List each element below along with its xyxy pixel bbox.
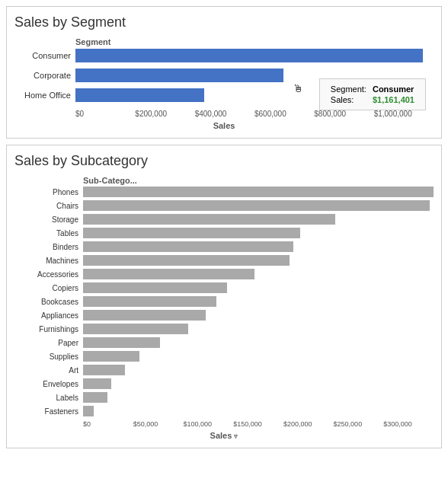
subcat-bar-row-appliances: Appliances xyxy=(14,309,434,321)
segment-x-tick-600k: $600,000 xyxy=(254,110,314,118)
subcat-bar-phones xyxy=(83,187,434,197)
subcat-bar-labels xyxy=(83,392,107,403)
subcat-label-tables: Tables xyxy=(14,229,83,238)
segment-x-tick-400k: $400,000 xyxy=(195,110,254,118)
subcat-bar-tables xyxy=(83,228,300,238)
subcat-bar-accessories xyxy=(83,269,254,279)
subcat-label-phones: Phones xyxy=(14,188,83,196)
subcat-bar-row-furnishings: Furnishings xyxy=(14,323,434,335)
subcat-axis-label: Sub-Catego... xyxy=(83,176,137,185)
tooltip-segment-value: Consumer xyxy=(370,84,418,94)
subcat-bar-row-fasteners: Fasteners xyxy=(14,405,434,417)
subcat-x-tick-50k: $50,000 xyxy=(133,420,184,428)
subcat-x-tick-150k: $150,000 xyxy=(233,420,283,428)
segment-x-tick-200k: $200,000 xyxy=(135,110,194,118)
segment-chart: Segment Consumer Corporate Home Office $… xyxy=(14,37,434,130)
subcat-x-axis: $0 $50,000 $100,000 $150,000 $200,000 $2… xyxy=(83,419,434,428)
subcat-x-axis-title: Sales ▿ xyxy=(14,431,434,440)
subcat-bar-area-chairs[interactable] xyxy=(83,199,434,212)
subcat-label-binders: Binders xyxy=(14,243,83,251)
subcat-bar-machines xyxy=(83,255,290,266)
subcat-x-tick-250k: $250,000 xyxy=(334,420,384,428)
subcat-bar-area-tables[interactable] xyxy=(83,227,434,239)
segment-label-corporate: Corporate xyxy=(14,71,75,80)
subcat-bar-row-paper: Paper xyxy=(14,337,434,349)
segment-bar-corporate xyxy=(75,69,283,82)
subcat-bar-area-art[interactable] xyxy=(83,364,434,376)
subcat-bar-row-envelopes: Envelopes xyxy=(14,378,434,390)
subcat-bar-row-labels: Labels xyxy=(14,391,434,404)
subcat-bar-chairs xyxy=(83,200,430,211)
segment-tooltip: Segment: Consumer Sales: $1,161,401 xyxy=(319,78,426,110)
subcat-bar-row-art: Art xyxy=(14,364,434,376)
subcat-bar-art xyxy=(83,365,125,375)
subcat-x-tick-100k: $100,000 xyxy=(183,420,233,428)
subcat-bar-area-furnishings[interactable] xyxy=(83,323,434,335)
subcat-bar-area-storage[interactable] xyxy=(83,213,434,225)
tooltip-sales-label: Sales: xyxy=(328,94,370,105)
subcat-label-art: Art xyxy=(14,366,83,375)
subcat-bar-row-tables: Tables xyxy=(14,227,434,239)
subcat-label-chairs: Chairs xyxy=(14,202,83,210)
segment-x-tick-800k: $800,000 xyxy=(314,110,373,118)
segment-label-consumer: Consumer xyxy=(14,51,75,60)
subcat-bar-envelopes xyxy=(83,378,111,389)
segment-bar-row-consumer: Consumer xyxy=(14,47,434,64)
subcat-bar-row-machines: Machines xyxy=(14,254,434,266)
subcat-bar-appliances xyxy=(83,310,206,321)
subcat-bar-area-fasteners[interactable] xyxy=(83,405,434,417)
segment-bar-homeoffice xyxy=(75,88,204,102)
subcat-bar-area-copiers[interactable] xyxy=(83,282,434,294)
subcat-bar-binders xyxy=(83,241,293,252)
subcat-bar-furnishings xyxy=(83,324,188,334)
segment-x-axis-title: Sales xyxy=(14,121,434,130)
sort-icon[interactable]: ▿ xyxy=(234,432,238,440)
subcat-bar-area-labels[interactable] xyxy=(83,391,434,404)
tooltip-sales-value: $1,161,401 xyxy=(370,94,418,105)
subcat-label-fasteners: Fasteners xyxy=(14,407,83,416)
subcat-x-tick-200k: $200,000 xyxy=(283,420,334,428)
subcat-x-tick-300k: $300,000 xyxy=(383,420,434,428)
segment-bar-consumer xyxy=(75,49,423,62)
subcat-bar-area-paper[interactable] xyxy=(83,337,434,349)
subcat-bar-area-supplies[interactable] xyxy=(83,350,434,362)
subcat-bar-row-accessories: Accessories xyxy=(14,268,434,280)
subcat-label-accessories: Accessories xyxy=(14,270,83,279)
subcategory-chart-title: Sales by Subcategory xyxy=(14,153,434,169)
subcat-bar-row-storage: Storage xyxy=(14,213,434,225)
subcat-bar-row-binders: Binders xyxy=(14,241,434,253)
subcat-bar-copiers xyxy=(83,282,227,293)
subcat-label-furnishings: Furnishings xyxy=(14,325,83,333)
subcat-bar-area-phones[interactable] xyxy=(83,186,434,198)
tooltip-segment-label: Segment: xyxy=(328,84,370,94)
subcategory-chart-container: Sales by Subcategory Sub-Catego... Phone… xyxy=(6,145,442,448)
segment-bar-area-consumer[interactable] xyxy=(75,47,434,64)
subcat-bar-area-binders[interactable] xyxy=(83,241,434,253)
segment-axis-label: Segment xyxy=(75,37,110,46)
subcat-bar-row-phones: Phones xyxy=(14,186,434,198)
subcat-bar-area-accessories[interactable] xyxy=(83,268,434,280)
subcat-label-storage: Storage xyxy=(14,215,83,224)
segment-label-homeoffice: Home Office xyxy=(14,91,75,100)
subcat-label-appliances: Appliances xyxy=(14,311,83,320)
subcat-bar-row-supplies: Supplies xyxy=(14,350,434,362)
subcat-label-copiers: Copiers xyxy=(14,284,83,292)
subcat-label-machines: Machines xyxy=(14,257,83,265)
subcat-bar-row-bookcases: Bookcases xyxy=(14,295,434,308)
subcat-bar-area-bookcases[interactable] xyxy=(83,295,434,308)
subcat-label-envelopes: Envelopes xyxy=(14,380,83,388)
subcat-bar-row-chairs: Chairs xyxy=(14,199,434,212)
subcat-bar-paper xyxy=(83,337,160,348)
subcat-label-bookcases: Bookcases xyxy=(14,298,83,306)
subcat-bar-area-envelopes[interactable] xyxy=(83,378,434,390)
subcat-label-labels: Labels xyxy=(14,394,83,402)
subcat-bar-supplies xyxy=(83,351,139,362)
segment-chart-container: Sales by Segment Segment Consumer Corpor… xyxy=(6,6,442,139)
segment-x-tick-1m: $1,000,000 xyxy=(374,110,434,118)
subcat-bar-fasteners xyxy=(83,406,94,416)
subcat-bar-row-copiers: Copiers xyxy=(14,282,434,294)
subcat-bar-area-appliances[interactable] xyxy=(83,309,434,321)
subcat-bar-area-machines[interactable] xyxy=(83,254,434,266)
subcat-x-tick-0: $0 xyxy=(83,420,133,428)
segment-chart-title: Sales by Segment xyxy=(14,14,434,30)
